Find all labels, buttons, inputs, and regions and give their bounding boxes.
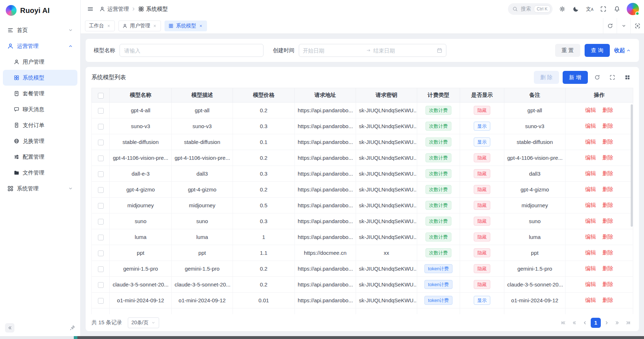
cell-visibility: 隐藏 [460,261,504,277]
user-avatar[interactable] [627,3,639,15]
row-checkbox[interactable] [98,124,104,130]
cell-model-price: 1 [233,229,295,245]
delete-link[interactable]: 删除 [603,202,613,208]
edit-link[interactable]: 编辑 [585,139,596,145]
notifications-button[interactable] [611,3,623,15]
edit-link[interactable]: 编辑 [585,154,596,161]
edit-link[interactable]: 编辑 [585,123,596,129]
batch-delete-button[interactable]: 删 除 [534,71,559,84]
row-checkbox[interactable] [98,266,104,272]
delete-link[interactable]: 删除 [603,107,613,113]
search-button[interactable]: 查 询 [585,44,610,57]
topbar-actions: 搜索 Ctrl K 文A [508,3,639,15]
next-page-button[interactable] [602,318,612,328]
add-button[interactable]: 新 增 [563,71,588,84]
page-size-select[interactable]: 20条/页 [128,317,159,328]
select-all-checkbox[interactable] [98,93,104,99]
model-name-input[interactable] [120,44,264,57]
sidebar-item-home[interactable]: 首页 [3,22,77,38]
prev-page-button[interactable] [580,318,590,328]
breadcrumb-operations[interactable]: 运营管理 [99,6,129,13]
row-checkbox[interactable] [98,203,104,209]
edit-link[interactable]: 编辑 [585,234,596,240]
next-group-button[interactable] [612,318,622,328]
close-icon[interactable] [153,24,157,28]
edit-link[interactable]: 编辑 [585,297,596,303]
row-checkbox[interactable] [98,282,104,288]
settings-button[interactable] [556,3,568,15]
page-number-button[interactable]: 1 [591,318,601,328]
edit-link[interactable]: 编辑 [585,170,596,176]
breadcrumb-system-model[interactable]: 系统模型 [138,6,168,13]
reset-button[interactable]: 重 置 [555,44,580,57]
refresh-page-button[interactable] [603,18,617,33]
scrollbar-thumb[interactable] [631,104,633,227]
column-settings-button[interactable] [622,72,633,83]
last-page-button[interactable] [623,318,633,328]
tab-options-button[interactable] [617,18,630,33]
tab-system-model[interactable]: 系统模型 [165,21,207,31]
sidebar-item-payment-orders[interactable]: 支付订单 [3,117,77,133]
expand-table-button[interactable] [607,72,618,83]
row-checkbox[interactable] [98,171,104,177]
cell-remark: gpt-all [504,103,566,118]
edit-link[interactable]: 编辑 [585,249,596,256]
sidebar-item-config-management[interactable]: 配置管理 [3,149,77,165]
sidebar-item-user-management[interactable]: 用户管理 [3,54,77,70]
date-range-picker[interactable] [299,44,446,57]
edit-link[interactable]: 编辑 [585,202,596,208]
edit-link[interactable]: 编辑 [585,107,596,113]
row-checkbox[interactable] [98,187,104,193]
edit-link[interactable]: 编辑 [585,218,596,224]
language-button[interactable]: 文A [584,3,596,15]
edit-link[interactable]: 编辑 [585,281,596,287]
sidebar-toggle-button[interactable] [84,3,96,15]
delete-link[interactable]: 删除 [603,297,613,303]
first-page-button[interactable] [558,318,568,328]
sidebar-item-chat-messages[interactable]: 聊天消息 [3,101,77,117]
end-date-input[interactable] [373,48,434,54]
content-fullscreen-button[interactable] [630,18,644,33]
delete-link[interactable]: 删除 [603,170,613,176]
dark-mode-button[interactable] [570,3,582,15]
sidebar-item-package-management[interactable]: 套餐管理 [3,86,77,101]
sidebar-item-exchange-management[interactable]: 兑换管理 [3,133,77,149]
delete-link[interactable]: 删除 [603,154,613,161]
tab-workbench[interactable]: 工作台 [85,21,115,31]
cell-billing-type: token计费 [417,293,460,308]
start-date-input[interactable] [303,48,364,54]
row-checkbox[interactable] [98,219,104,225]
delete-link[interactable]: 删除 [603,218,613,224]
prev-group-button[interactable] [569,318,579,328]
sidebar-item-operations[interactable]: 运营管理 [3,38,77,54]
global-search[interactable]: 搜索 Ctrl K [508,3,553,15]
row-checkbox[interactable] [98,140,104,145]
delete-link[interactable]: 删除 [603,186,613,192]
row-checkbox[interactable] [98,235,104,240]
tab-user-management[interactable]: 用户管理 [118,21,161,31]
delete-link[interactable]: 删除 [603,281,613,287]
row-checkbox[interactable] [98,250,104,256]
close-icon[interactable] [107,24,111,28]
delete-link[interactable]: 删除 [603,234,613,240]
refresh-table-button[interactable] [591,72,603,83]
collapse-filters-link[interactable]: 收起 [614,47,631,54]
close-icon[interactable] [199,24,203,28]
edit-link[interactable]: 编辑 [585,265,596,271]
cell-visibility: 隐藏 [460,103,504,118]
sidebar-collapse-button[interactable] [5,323,14,333]
cell-request-url: https://docmee.cn [295,245,356,261]
row-checkbox[interactable] [98,108,104,114]
fullscreen-button[interactable] [597,3,609,15]
edit-link[interactable]: 编辑 [585,186,596,192]
sidebar-item-system-management[interactable]: 系统管理 [3,181,77,196]
row-checkbox[interactable] [98,298,104,304]
delete-link[interactable]: 删除 [603,139,613,145]
delete-link[interactable]: 删除 [603,249,613,256]
row-checkbox[interactable] [98,155,104,161]
pin-button[interactable] [69,325,75,331]
sidebar-item-file-management[interactable]: 文件管理 [3,165,77,181]
sidebar-item-system-model[interactable]: 系统模型 [3,70,77,86]
delete-link[interactable]: 删除 [603,265,613,271]
delete-link[interactable]: 删除 [603,123,613,129]
